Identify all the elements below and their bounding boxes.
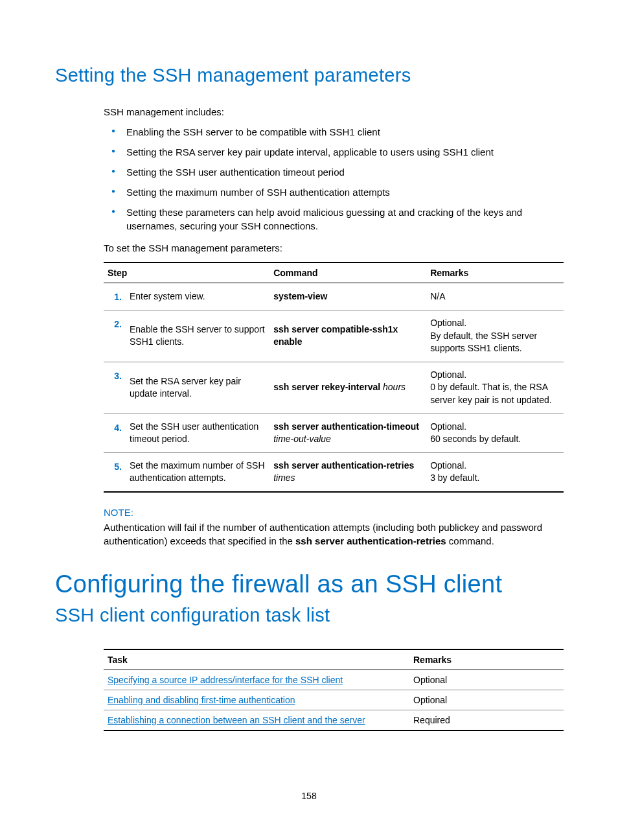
col-task-header: Task bbox=[104, 649, 409, 670]
task-link[interactable]: Enabling and disabling first-time authen… bbox=[108, 695, 295, 705]
col-remarks-header: Remarks bbox=[409, 649, 564, 670]
intro-text: SSH management includes: bbox=[104, 106, 563, 119]
remarks-cell: Optional.3 by default. bbox=[426, 452, 564, 492]
task-remarks: Optional bbox=[409, 670, 564, 690]
remarks-cell: Optional.60 seconds by default. bbox=[426, 414, 564, 452]
config-table: Step Command Remarks 1. Enter system vie… bbox=[104, 262, 564, 493]
pre-table-text: To set the SSH management parameters: bbox=[104, 242, 563, 255]
task-link[interactable]: Establishing a connection between an SSH… bbox=[108, 715, 365, 725]
step-desc: Set the RSA server key pair update inter… bbox=[126, 362, 269, 414]
remarks-cell: Optional.0 by default. That is, the RSA … bbox=[426, 362, 564, 414]
bullet-item: Setting the maximum number of SSH authen… bbox=[126, 185, 563, 199]
command-cell: ssh server authentication-timeout time-o… bbox=[269, 414, 426, 452]
task-remarks: Required bbox=[409, 710, 564, 731]
bullet-item: Enabling the SSH server to be compatible… bbox=[126, 125, 563, 139]
step-desc: Set the maximum number of SSH authentica… bbox=[126, 452, 269, 492]
page-number: 158 bbox=[0, 791, 618, 801]
task-remarks: Optional bbox=[409, 690, 564, 710]
step-desc: Enter system view. bbox=[126, 283, 269, 310]
bullet-list: Enabling the SSH server to be compatible… bbox=[104, 125, 563, 233]
note-block: NOTE: Authentication will fail if the nu… bbox=[104, 507, 564, 548]
step-number: 3. bbox=[104, 362, 126, 414]
step-number: 1. bbox=[104, 283, 126, 310]
bullet-item: Setting the RSA server key pair update i… bbox=[126, 145, 563, 159]
bullet-item: Setting the SSH user authentication time… bbox=[126, 165, 563, 179]
col-command-header: Command bbox=[269, 262, 426, 283]
command-cell: ssh server authentication-retries times bbox=[269, 452, 426, 492]
chapter-heading: Configuring the firewall as an SSH clien… bbox=[55, 570, 563, 598]
note-text: Authentication will fail if the number o… bbox=[104, 520, 564, 548]
bullet-item: Setting these parameters can help avoid … bbox=[126, 205, 563, 233]
task-link[interactable]: Specifying a source IP address/interface… bbox=[108, 675, 343, 685]
step-number: 2. bbox=[104, 310, 126, 362]
command-cell: ssh server rekey-interval hours bbox=[269, 362, 426, 414]
step-desc: Enable the SSH server to support SSH1 cl… bbox=[126, 310, 269, 362]
remarks-cell: N/A bbox=[426, 283, 564, 310]
section-heading: Setting the SSH management parameters bbox=[55, 65, 563, 86]
tasks-table: Task Remarks Specifying a source IP addr… bbox=[104, 649, 564, 731]
step-desc: Set the SSH user authentication timeout … bbox=[126, 414, 269, 452]
step-number: 5. bbox=[104, 452, 126, 492]
command-cell: ssh server compatible-ssh1x enable bbox=[269, 310, 426, 362]
command-cell: system-view bbox=[269, 283, 426, 310]
note-label: NOTE: bbox=[104, 507, 564, 518]
step-number: 4. bbox=[104, 414, 126, 452]
remarks-cell: Optional.By default, the SSH server supp… bbox=[426, 310, 564, 362]
subsection-heading: SSH client configuration task list bbox=[55, 605, 563, 626]
col-remarks-header: Remarks bbox=[426, 262, 564, 283]
col-step-header: Step bbox=[104, 262, 269, 283]
